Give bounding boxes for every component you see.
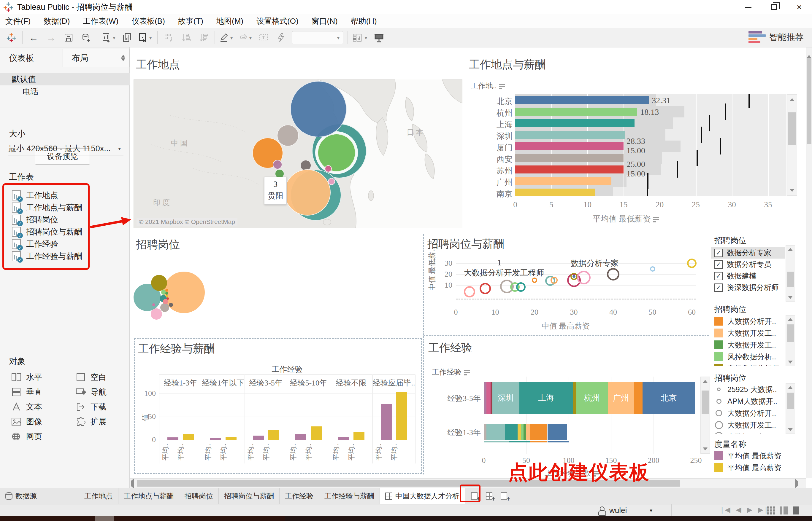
minimize-button[interactable] [735,0,761,14]
worksheet-map-panel[interactable]: 工作地点 [133,52,463,228]
menu-文件(F)[interactable]: 文件(F) [5,16,30,26]
filter-item-数据分析专员[interactable]: ✓数据分析专员 [711,258,785,270]
color-item-大数据开发工..[interactable]: 大数据开发工.. [714,327,785,339]
object-导航[interactable]: 导航 [76,385,135,399]
scroll-thumb[interactable] [787,392,794,409]
segment-杭州[interactable]: 杭州 [576,382,608,414]
scatter-point[interactable] [479,283,491,294]
row-label-广州[interactable]: 广州 [477,177,513,188]
new-story-tab-button[interactable] [496,488,511,504]
object-网页[interactable]: 网页 [11,430,71,443]
row-label[interactable]: 经验1-3年 [439,427,481,438]
filter-item-数据建模[interactable]: ✓数据建模 [711,270,785,282]
scroll-thumb[interactable] [787,272,794,287]
legend-scrollbar[interactable] [786,245,795,301]
tab-工作地点[interactable]: 工作地点 [79,488,119,504]
filter-item-数据分析专家[interactable]: ✓数据分析专家 [711,247,785,258]
job-bubble[interactable] [169,303,173,307]
legend-scrollbar[interactable] [786,383,795,434]
text-object-button[interactable] [257,30,270,45]
shape-item-大数据开发工..[interactable]: 大数据开发工.. [714,419,785,431]
object-文本[interactable]: 文本 [11,400,71,413]
show-sheet-icon[interactable] [793,506,799,515]
highlight-button[interactable]: ▼ [219,30,234,45]
menu-仪表板(B)[interactable]: 仪表板(B) [131,16,165,26]
fit-selector-dropdown[interactable]: ▼ [292,31,343,44]
tab-dashboard[interactable]: 仪表板 [0,49,63,67]
segment-[interactable] [530,424,547,440]
scatter-point[interactable] [532,277,537,283]
worksheet-experience[interactable]: 工作经验 工作经验 050100150200250经验3-5年深圳上海杭州广州北… [426,338,708,474]
map-view[interactable]: 中国日本印度 3 贵阳 © 2021 Mapbox © OpenStreetMa… [133,80,463,228]
color-item-大数据分析开..[interactable]: 大数据分析开.. [714,315,785,327]
object-扩展[interactable]: 扩展 [76,415,135,428]
measure-item-平均值 最高薪资[interactable]: 平均值 最高薪资 [714,462,797,474]
vscroll-thumb[interactable] [807,58,811,144]
segment-[interactable] [487,424,505,440]
menu-数据(D)[interactable]: 数据(D) [44,16,70,26]
bar-南京[interactable] [515,188,595,196]
gantt-tick-上海[interactable] [709,115,710,131]
segment-[interactable] [487,382,491,414]
show-filmstrip-icon[interactable] [780,506,788,515]
menu-故事(T)[interactable]: 故事(T) [178,16,203,26]
checkbox[interactable]: ✓ [714,249,723,257]
bar-杭州[interactable] [515,108,637,116]
gantt-tick-深圳[interactable] [701,127,702,143]
row-label-上海[interactable]: 上海 [477,119,513,130]
presentation-mode-button[interactable] [372,30,386,45]
duplicate-sheet-button[interactable] [121,30,134,45]
map-attribution[interactable]: © 2021 Mapbox © OpenStreetMap [136,218,237,226]
tab-工作经验与薪酬[interactable]: 工作经验与薪酬 [319,488,380,504]
job-bubble[interactable] [160,303,169,312]
scatter-point[interactable] [577,271,591,285]
job-bubble[interactable] [163,272,205,313]
worksheet-jobs-salary-scatter[interactable]: 招聘岗位与薪酬 中值 最低薪.. 30201001020304050601大数据… [426,234,708,335]
menu-帮助(H)[interactable]: 帮助(H) [351,16,377,26]
gantt-tick-南京[interactable] [647,184,648,196]
worksheet-location-salary[interactable]: 工作地点与薪酬 工作地.. 32.3118.1328.3315.0025.001… [465,52,797,234]
job-bubble[interactable] [165,292,168,295]
shape-item-大数据分析开..[interactable]: 大数据分析开.. [714,407,785,419]
row-label-厦门[interactable]: 厦门 [477,142,513,153]
scatter-point[interactable] [687,258,697,268]
segment-[interactable] [505,424,518,440]
exp-scrollbar[interactable] [700,377,710,454]
segment-上海[interactable]: 上海 [519,382,573,414]
tab-datasource[interactable]: 数据源 [0,488,79,504]
size-default-item[interactable]: 默认值 [0,73,130,85]
tab-招聘岗位[interactable]: 招聘岗位 [179,488,219,504]
loc-x-axis-label[interactable]: 平均值 最低薪资 [593,213,659,224]
new-worksheet-button[interactable]: ▼ [102,30,116,45]
checkbox[interactable]: ✓ [714,260,723,269]
object-下载[interactable]: 下载 [76,400,135,413]
scatter-x-label[interactable]: 中值 最高薪资 [542,321,590,331]
show-me-button[interactable]: 智能推荐 [748,31,804,43]
menu-设置格式(O)[interactable]: 设置格式(O) [256,16,299,26]
row-label-西安[interactable]: 西安 [477,154,513,164]
redo-button[interactable]: → [44,30,58,45]
scroll-up[interactable] [788,386,793,389]
loc-scrollbar-thumb[interactable] [788,112,796,145]
add-datasource-button[interactable] [80,30,92,45]
filter-item-资深数据分析师[interactable]: ✓资深数据分析师 [711,282,785,293]
shape-item-大数据开发工..[interactable]: 大数据开发工.. [714,431,785,434]
legend-scrollbar[interactable] [786,315,795,366]
close-button[interactable]: × [787,0,812,14]
row-label-苏州[interactable]: 苏州 [477,165,513,176]
scroll-thumb[interactable] [787,324,794,342]
segment-[interactable] [634,382,643,414]
scatter-point[interactable] [516,282,526,292]
user-menu[interactable]: wulei ▼ [598,506,653,515]
sort-ascending-button[interactable] [179,30,193,45]
gantt-tick-北京[interactable] [748,94,750,108]
scroll-down[interactable] [788,296,793,299]
sort-icon[interactable] [653,217,659,222]
scroll-down[interactable] [788,361,793,364]
tab-layout[interactable]: 布局 [63,49,130,67]
scatter-point[interactable] [464,286,475,297]
size-dropdown[interactable]: 最小 420x560 - 最大 1150x...▼ [8,142,124,155]
segment-[interactable] [484,382,487,414]
worksheet-experience-salary[interactable]: 工作经验与薪酬 工作经验经验1-3年经验1年以下经验3-5年经验5-10年经验不… [134,338,422,474]
bar-苏州[interactable] [515,165,623,174]
